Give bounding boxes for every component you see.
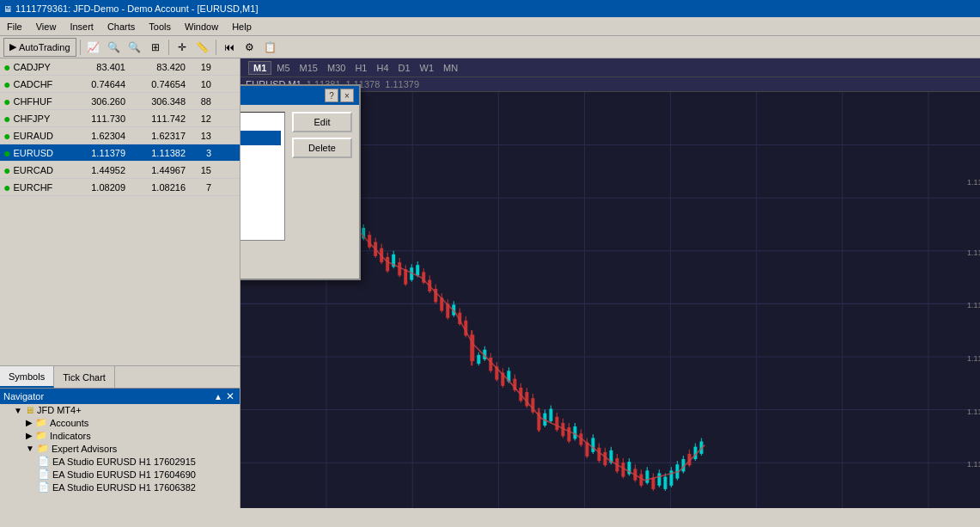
template-button[interactable]: 📋 — [261, 38, 280, 57]
symbol-name: EURCAD — [13, 165, 52, 175]
menu-help[interactable]: Help — [225, 20, 259, 34]
wl-ask: 83.420 — [129, 62, 189, 72]
navigator-scroll-up[interactable]: ▲ — [214, 390, 222, 402]
back-button[interactable]: ⏮ — [220, 38, 239, 57]
chart-window-button[interactable]: ⊞ — [146, 38, 165, 57]
zoom-in-button[interactable]: 🔍 — [105, 38, 124, 57]
symbol-name: CADCHF — [13, 79, 52, 89]
wl-ask: 306.348 — [129, 96, 189, 107]
wl-bid: 111.730 — [69, 113, 129, 124]
nav-ea2-label: EA Studio EURUSD H1 17604690 — [52, 469, 196, 480]
nav-item-accounts[interactable]: ▶ 📁 Accounts — [0, 416, 240, 429]
menu-view[interactable]: View — [29, 20, 64, 34]
nav-item-ea2[interactable]: 📄 EA Studio EURUSD H1 17604690 — [0, 468, 240, 481]
expand-icon-2: ▶ — [26, 431, 33, 440]
wl-spread: 12 — [189, 113, 215, 124]
wl-spread: 88 — [189, 96, 215, 107]
direction-dot: ● — [3, 146, 10, 160]
direction-dot: ● — [3, 181, 10, 194]
dialog-footer: Close — [240, 248, 359, 279]
ea-folder-icon: 📁 — [37, 443, 49, 454]
menu-file[interactable]: File — [0, 20, 29, 34]
watchlist-row[interactable]: ● CHFHUF 306.260 306.348 88 — [0, 93, 240, 110]
wl-spread: 15 — [189, 165, 215, 175]
dialog-overlay: 📊 Indicators on EURUSD,M1 ? × ▼ 🪟 Indica… — [240, 58, 980, 508]
dialog-titlebar: 📊 Indicators on EURUSD,M1 ? × — [240, 86, 359, 105]
wl-ask: 111.742 — [129, 113, 189, 124]
dialog-tree-child[interactable]: 📈 Stochastic Oscillator — [240, 131, 281, 145]
symbol-name: CADJPY — [13, 62, 50, 72]
accounts-folder-icon: 📁 — [35, 417, 47, 428]
wl-symbol-euraud: ● EURAUD — [0, 129, 69, 143]
watchlist-row[interactable]: ● EURCHF 1.08209 1.08216 7 — [0, 179, 240, 196]
dialog-tree: ▼ 🪟 Indicator window 1 📈 Stochastic Osci… — [240, 112, 285, 241]
watchlist-row[interactable]: ● EURUSD 1.11379 1.11382 3 — [0, 144, 240, 162]
indicators-folder-icon: 📁 — [35, 430, 47, 441]
main-layout: ● CADJPY 83.401 83.420 19 ● CADCHF 0.746… — [0, 58, 980, 508]
wl-bid: 1.11379 — [69, 148, 129, 158]
root-folder-icon: 🖥 — [25, 405, 34, 415]
wl-spread: 3 — [189, 148, 215, 158]
expand-icon: ▶ — [26, 418, 33, 427]
wl-symbol-cadchf: ● CADCHF — [0, 77, 69, 91]
symbol-name: EURUSD — [13, 148, 52, 158]
navigator-controls: ▲ ✕ — [214, 390, 236, 402]
nav-item-ea[interactable]: ▼ 📁 Expert Advisors — [0, 442, 240, 455]
watchlist-row[interactable]: ● EURAUD 1.62304 1.62317 13 — [0, 127, 240, 144]
wl-symbol-eurchf: ● EURCHF — [0, 181, 69, 194]
watchlist-row[interactable]: ● EURCAD 1.44952 1.44967 15 — [0, 162, 240, 179]
wl-symbol-chfhuf: ● CHFHUF — [0, 95, 69, 108]
menu-insert[interactable]: Insert — [63, 20, 100, 34]
delete-button[interactable]: Delete — [292, 138, 352, 158]
watchlist-row[interactable]: ● CHFJPY 111.730 111.742 12 — [0, 110, 240, 127]
expand-icon-3: ▼ — [26, 444, 34, 453]
nav-item-root[interactable]: ▼ 🖥 JFD MT4+ — [0, 404, 240, 416]
zoom-out-button[interactable]: 🔍 — [125, 38, 144, 57]
navigator-title: Navigator — [3, 391, 44, 401]
toolbar: ▶ AutoTrading 📈 🔍 🔍 ⊞ ✛ 📏 ⏮ ⚙ 📋 — [0, 36, 980, 58]
watchlist: ● CADJPY 83.401 83.420 19 ● CADCHF 0.746… — [0, 58, 240, 365]
menu-tools[interactable]: Tools — [142, 20, 178, 34]
dialog-help-button[interactable]: ? — [325, 89, 338, 102]
line-tool-button[interactable]: 📏 — [193, 38, 212, 57]
nav-item-indicators[interactable]: ▶ 📁 Indicators — [0, 429, 240, 442]
settings-button[interactable]: ⚙ — [240, 38, 259, 57]
wl-symbol-eurcad: ● EURCAD — [0, 163, 69, 177]
tab-tick-chart[interactable]: Tick Chart — [54, 366, 115, 388]
app-icon: 🖥 — [3, 4, 12, 14]
crosshair-button[interactable]: ✛ — [173, 38, 192, 57]
ea-icon-1: 📄 — [38, 456, 50, 467]
nav-item-ea1[interactable]: 📄 EA Studio EURUSD H1 17602915 — [0, 455, 240, 468]
wl-spread: 7 — [189, 182, 215, 193]
dialog-buttons: Edit Delete — [292, 112, 352, 241]
direction-dot: ● — [3, 60, 10, 74]
watchlist-row[interactable]: ● CADCHF 0.74644 0.74654 10 — [0, 76, 240, 93]
dialog-tree-parent[interactable]: ▼ 🪟 Indicator window 1 — [240, 116, 281, 131]
wl-bid: 0.74644 — [69, 79, 129, 89]
autotrading-button[interactable]: ▶ AutoTrading — [3, 38, 76, 57]
left-panel: ● CADJPY 83.401 83.420 19 ● CADCHF 0.746… — [0, 58, 240, 508]
navigator-close[interactable]: ✕ — [224, 390, 236, 402]
wl-ask: 1.08216 — [129, 182, 189, 193]
title-text: 1111779361: JFD-Demo - Demo Account - [E… — [15, 3, 258, 14]
menu-charts[interactable]: Charts — [100, 20, 142, 34]
wl-ask: 1.62317 — [129, 131, 189, 141]
new-chart-button[interactable]: 📈 — [84, 38, 103, 57]
tab-symbols[interactable]: Symbols — [0, 366, 54, 388]
wl-symbol-chfjpy: ● CHFJPY — [0, 112, 69, 126]
ea-icon-3: 📄 — [38, 481, 50, 493]
wl-spread: 10 — [189, 79, 215, 89]
navigator-tree: ▼ 🖥 JFD MT4+ ▶ 📁 Accounts ▶ 📁 Indicators… — [0, 404, 240, 506]
nav-ea3-label: EA Studio EURUSD H1 17606382 — [52, 482, 196, 493]
nav-root-label: JFD MT4+ — [37, 405, 82, 415]
dialog-close-button[interactable]: × — [340, 89, 354, 102]
nav-ea-label: Expert Advisors — [52, 444, 117, 454]
nav-accounts-label: Accounts — [50, 418, 88, 428]
nav-item-ea3[interactable]: 📄 EA Studio EURUSD H1 17606382 — [0, 481, 240, 493]
navigator-header: Navigator ▲ ✕ — [0, 389, 240, 404]
wl-symbol-cadjpy: ● CADJPY — [0, 60, 69, 74]
menu-window[interactable]: Window — [178, 20, 225, 34]
edit-button[interactable]: Edit — [292, 112, 352, 132]
watchlist-row[interactable]: ● CADJPY 83.401 83.420 19 — [0, 58, 240, 76]
watchlist-rows: ● CADJPY 83.401 83.420 19 ● CADCHF 0.746… — [0, 58, 240, 196]
